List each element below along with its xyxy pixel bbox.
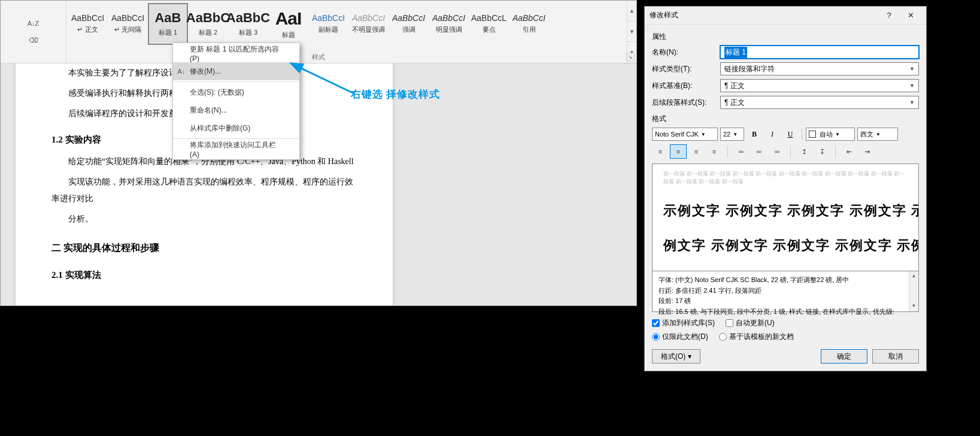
style-gallery-item[interactable]: AaB标题 1 [148, 3, 188, 45]
font-color-select[interactable]: 自动▼ [806, 128, 855, 141]
font-size-select[interactable]: 22▼ [720, 128, 744, 141]
based-on-label: 样式基准(B): [652, 81, 714, 91]
add-to-gallery-checkbox[interactable]: 添加到样式库(S) [652, 318, 715, 328]
styles-dialog-launcher-icon[interactable]: ↘ [626, 53, 635, 61]
chevron-down-icon: ▼ [905, 99, 915, 105]
italic-button[interactable]: I [764, 128, 780, 141]
context-menu-item[interactable]: 将库添加到快速访问工具栏(A) [173, 140, 299, 158]
space-before-inc-icon[interactable]: ↥ [796, 144, 812, 159]
line-spacing-2-icon[interactable]: ═ [769, 144, 785, 159]
doc-paragraph: 实现该功能，并对采用这几种语言实现的编程效率、程序规模、程序的运行效率进行对比 [51, 174, 357, 207]
style-gallery-item[interactable]: AaBbCcL要点 [469, 3, 509, 45]
ribbon: A↓Z ⌫ AaBbCcI↵ 正文AaBbCcI↵ 无间隔AaB标题 1AaBb… [1, 1, 636, 63]
context-menu-item[interactable]: 从样式库中删除(G) [173, 119, 299, 137]
line-spacing-15-icon[interactable]: ═ [751, 144, 767, 159]
template-based-radio[interactable]: 基于该模板的新文档 [719, 332, 794, 342]
ribbon-group-label: 样式 [312, 53, 325, 62]
style-gallery-item[interactable]: AaBbCcI不明显强调 [348, 3, 389, 45]
description-scrollbar[interactable]: ▲▼ [909, 271, 918, 311]
ribbon-left-section: A↓Z ⌫ [1, 1, 66, 63]
chevron-down-icon: ▼ [905, 83, 915, 89]
gallery-down-icon[interactable]: ▼ [627, 22, 636, 43]
name-label: 名称(N): [652, 47, 714, 57]
preview-sample-text: 例文字 示例文字 示例文字 示例文字 示例 [663, 237, 908, 255]
doc-heading-21: 2.1 实现算法 [51, 266, 357, 284]
style-preview: 前一段落 前一段落 前一段落 前一段落 前一段落 前一段落 前一段落 前一段落 … [652, 164, 919, 271]
align-center-icon[interactable]: ≡ [670, 144, 687, 159]
script-select[interactable]: 西文▼ [857, 128, 898, 141]
context-menu-item[interactable]: 全选(S): (无数据) [173, 83, 299, 101]
following-style-label: 后续段落样式(S): [652, 98, 714, 108]
annotation-text: 右键选 择修改样式 [351, 87, 440, 101]
doc-paragraph: 分析。 [51, 211, 357, 228]
context-menu-item[interactable]: 重命名(N)... [173, 101, 299, 119]
modify-style-dialog: 修改样式 ? ✕ 属性 名称(N): 标题 1 样式类型(T): 链接段落和字符… [644, 6, 927, 371]
bold-button[interactable]: B [747, 128, 762, 141]
preview-prev-paragraph: 前一段落 前一段落 前一段落 前一段落 前一段落 前一段落 前一段落 前一段落 … [663, 170, 908, 185]
paragraph-toolbar: ≡ ≡ ≡ ≡ ═ ═ ═ ↥ ↧ ⇤ ⇥ [652, 144, 919, 159]
align-left-icon[interactable]: ≡ [652, 144, 669, 159]
preview-sample-text: 示例文字 示例文字 示例文字 示例文字 示 [663, 202, 908, 220]
sort-az-icon[interactable]: A↓Z [25, 16, 43, 31]
name-input[interactable]: 标题 1 [720, 46, 919, 59]
properties-section-label: 属性 [652, 32, 919, 42]
style-gallery-item[interactable]: AaBbCcI强调 [389, 3, 429, 45]
help-button[interactable]: ? [878, 7, 900, 24]
style-type-select[interactable]: 链接段落和字符▼ [720, 62, 919, 75]
style-type-label: 样式类型(T): [652, 64, 714, 74]
style-context-menu: 更新 标题 1 以匹配所选内容(P)A↓修改(M)...全选(S): (无数据)… [172, 43, 300, 160]
dialog-titlebar: 修改样式 ? ✕ [645, 7, 926, 25]
style-gallery-item[interactable]: AaI标题 [268, 3, 308, 45]
format-menu-button[interactable]: 格式(O) ▾ [652, 349, 700, 364]
only-this-doc-radio[interactable]: 仅限此文档(D) [652, 332, 708, 342]
font-toolbar: Noto Serif CJK▼ 22▼ B I U 自动▼ 西文▼ [652, 128, 919, 141]
following-style-select[interactable]: ¶ 正文▼ [720, 96, 919, 109]
context-menu-item[interactable]: A↓修改(M)... [173, 62, 299, 80]
indent-inc-icon[interactable]: ⇥ [858, 144, 875, 159]
align-right-icon[interactable]: ≡ [688, 144, 705, 159]
style-gallery-item[interactable]: AaBbCcI引用 [509, 3, 549, 45]
font-name-select[interactable]: Noto Serif CJK▼ [652, 128, 718, 141]
style-gallery-item[interactable]: AaBbCcI副标题 [308, 3, 348, 45]
format-section-label: 格式 [652, 114, 919, 124]
close-button[interactable]: ✕ [900, 7, 921, 24]
doc-heading-2: 二 实现的具体过程和步骤 [51, 238, 357, 258]
gallery-up-icon[interactable]: ▲ [627, 1, 636, 22]
style-gallery-item[interactable]: AaBbCcI↵ 正文 [68, 3, 108, 45]
auto-update-checkbox[interactable]: 自动更新(U) [726, 318, 775, 328]
space-before-dec-icon[interactable]: ↧ [814, 144, 830, 159]
word-window: A↓Z ⌫ AaBbCcI↵ 正文AaBbCcI↵ 无间隔AaB标题 1AaBb… [0, 0, 637, 306]
style-gallery-item[interactable]: AaBbC标题 3 [228, 3, 268, 45]
context-menu-item[interactable]: 更新 标题 1 以匹配所选内容(P) [173, 44, 299, 62]
indent-dec-icon[interactable]: ⇤ [841, 144, 857, 159]
chevron-down-icon: ▼ [905, 66, 915, 72]
align-justify-icon[interactable]: ≡ [706, 144, 723, 159]
dialog-title: 修改样式 [650, 10, 678, 20]
underline-button[interactable]: U [782, 128, 798, 141]
based-on-select[interactable]: ¶ 正文▼ [720, 79, 919, 92]
style-gallery-item[interactable]: AaBbCcI↵ 无间隔 [108, 3, 148, 45]
style-gallery: AaBbCcI↵ 正文AaBbCcI↵ 无间隔AaB标题 1AaBbC标题 2A… [66, 1, 627, 63]
ok-button[interactable]: 确定 [821, 349, 867, 364]
style-gallery-item[interactable]: AaBbCcI明显强调 [429, 3, 469, 45]
clear-format-icon[interactable]: ⌫ [25, 33, 43, 47]
line-spacing-1-icon[interactable]: ═ [733, 144, 750, 159]
document-area: 本实验主要为了了解程序设计语言的 ... 特点， 感受编译执行和解释执行两种不同… [1, 63, 636, 305]
cancel-button[interactable]: 取消 [872, 349, 919, 364]
style-description: 字体: (中文) Noto Serif CJK SC Black, 22 磅, … [652, 271, 919, 312]
style-gallery-item[interactable]: AaBbC标题 2 [188, 3, 228, 45]
